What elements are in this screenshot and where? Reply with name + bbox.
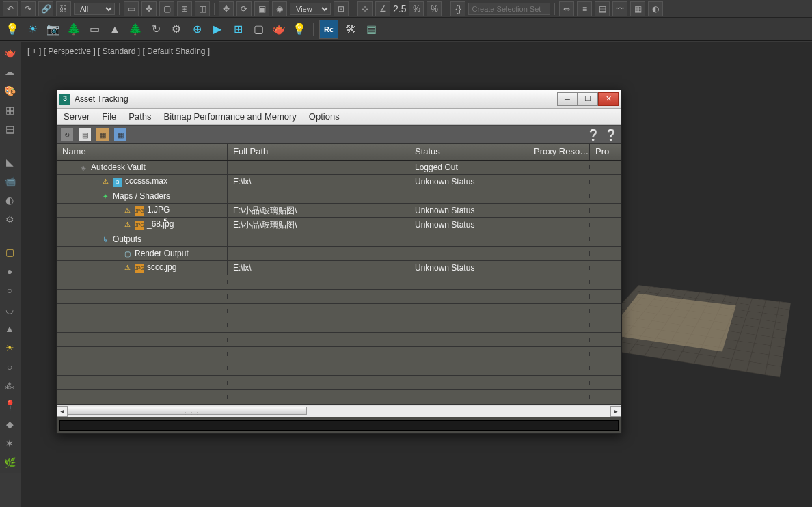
placement-icon[interactable]: ◉ — [272, 1, 287, 16]
table-icon[interactable]: ▦ — [96, 128, 109, 141]
named-sel-icon[interactable]: {} — [450, 1, 465, 16]
pin-icon[interactable]: 📍 — [2, 398, 17, 413]
refcoord-select[interactable]: View — [290, 3, 331, 15]
moon-icon[interactable]: ◐ — [2, 193, 17, 208]
spinner-snap-icon[interactable]: % — [427, 1, 442, 16]
marquee-icon[interactable]: ▢ — [159, 1, 174, 16]
redo-icon[interactable]: ↷ — [21, 1, 36, 16]
bulb2-icon[interactable]: 💡 — [291, 21, 308, 38]
window2-icon[interactable]: ▢ — [250, 21, 267, 38]
table-row[interactable] — [57, 318, 621, 333]
listview-icon[interactable]: ▦ — [114, 128, 126, 141]
table-row[interactable]: ✦Maps / Shaders — [57, 189, 621, 204]
grid2-icon[interactable]: ▤ — [2, 122, 17, 137]
table-row[interactable]: ⚠JPG_68.jpgE:\小品\玻璃贴图\Unknown Status — [57, 218, 621, 232]
minimize-button[interactable]: ─ — [557, 92, 578, 106]
table-row[interactable] — [57, 333, 621, 347]
sun-icon[interactable]: ☀ — [25, 21, 41, 38]
list-icon[interactable]: ▤ — [363, 21, 379, 38]
table-row[interactable] — [57, 361, 621, 376]
mesh-icon[interactable]: ✶ — [2, 436, 17, 451]
sun2-icon[interactable]: ☀ — [2, 340, 17, 355]
viewport-label[interactable]: [ + ] [ Perspective ] [ Standard ] [ Def… — [21, 42, 812, 60]
menu-bitmap[interactable]: Bitmap Performance and Memory — [164, 111, 297, 122]
scroll-left-button[interactable]: ◄ — [57, 406, 68, 417]
play-icon[interactable]: ▶ — [209, 21, 226, 38]
cloud-icon[interactable]: ☁ — [2, 64, 17, 79]
close-button[interactable]: ✕ — [598, 92, 619, 106]
help1-icon[interactable]: ❔ — [587, 128, 599, 141]
pivot-icon[interactable]: ⊡ — [334, 1, 349, 16]
table-row[interactable]: ◈Autodesk VaultLogged Out — [57, 161, 621, 175]
scale-icon[interactable]: ▣ — [254, 1, 269, 16]
select-icon[interactable]: ▭ — [124, 1, 139, 16]
table-row[interactable] — [57, 290, 621, 304]
gear2-icon[interactable]: ⚙ — [2, 212, 17, 227]
table-row[interactable]: ⚠JPGsccc.jpgE:\lx\Unknown Status — [57, 261, 621, 275]
header-name[interactable]: Name — [57, 144, 228, 160]
cycle-icon[interactable]: ↻ — [148, 21, 164, 38]
table-row[interactable] — [57, 304, 621, 318]
grid1-icon[interactable]: ▦ — [2, 102, 17, 118]
filter-select[interactable]: All — [74, 3, 115, 15]
align-icon[interactable]: ≡ — [577, 1, 592, 16]
header-path[interactable]: Full Path — [228, 144, 409, 160]
percent-snap-icon[interactable]: % — [409, 1, 424, 16]
square-icon[interactable]: ▢ — [2, 245, 17, 260]
material-icon[interactable]: ◐ — [648, 1, 663, 16]
menu-file[interactable]: File — [102, 111, 116, 122]
batch-icon[interactable]: ⊞ — [230, 21, 246, 38]
header-prod[interactable]: Pro — [590, 144, 610, 160]
teapot2-icon[interactable]: 🫖 — [2, 45, 17, 60]
rc-button[interactable]: Rc — [319, 20, 338, 39]
help2-icon[interactable]: ❔ — [605, 128, 617, 141]
table-row[interactable]: ▢Render Output — [57, 247, 621, 261]
doc-icon[interactable]: ▤ — [79, 128, 91, 141]
snap-icon[interactable]: ⊹ — [357, 1, 373, 16]
tools-icon[interactable]: 🛠 — [342, 21, 359, 38]
link-icon[interactable]: 🔗 — [38, 1, 53, 16]
camera-icon[interactable]: 📷 — [45, 21, 62, 38]
layers-icon[interactable]: ▤ — [595, 1, 610, 16]
menu-server[interactable]: Server — [64, 111, 90, 122]
rock-icon[interactable]: ◆ — [2, 417, 17, 432]
horizontal-scrollbar[interactable]: ◄ ⋮⋮⋮ ► — [57, 405, 621, 417]
refresh-icon[interactable]: ↻ — [61, 128, 73, 141]
circle2-icon[interactable]: ○ — [2, 359, 17, 374]
curve-editor-icon[interactable]: 〰 — [612, 1, 627, 16]
unlink-icon[interactable]: ⛓ — [56, 1, 71, 16]
table-row[interactable] — [57, 347, 621, 361]
dome-icon[interactable]: ◡ — [2, 302, 17, 317]
select-move-icon[interactable]: ✥ — [141, 1, 157, 16]
table-row[interactable] — [57, 275, 621, 290]
window-icon[interactable]: ⊞ — [177, 1, 192, 16]
light-bulb-icon[interactable]: 💡 — [4, 21, 21, 38]
move-icon[interactable]: ✥ — [219, 1, 234, 16]
maximize-button[interactable]: ☐ — [578, 92, 598, 106]
scroll-right-button[interactable]: ► — [610, 406, 621, 417]
header-status[interactable]: Status — [409, 144, 528, 160]
teapot-icon[interactable]: 🫖 — [271, 21, 287, 38]
table-row[interactable] — [57, 376, 621, 390]
tree-icon[interactable]: 🌲 — [66, 21, 82, 38]
add-icon[interactable]: ⊕ — [189, 21, 205, 38]
grass-icon[interactable]: 🌿 — [2, 455, 17, 470]
scroll-thumb[interactable]: ⋮⋮⋮ — [68, 407, 307, 415]
window-titlebar[interactable]: 3 Asset Tracking ─ ☐ ✕ — [57, 90, 621, 109]
cone-icon[interactable]: ▲ — [107, 21, 123, 38]
schematic-icon[interactable]: ▦ — [630, 1, 645, 16]
tree2-icon[interactable]: 🌲 — [127, 21, 144, 38]
selection-set-input[interactable] — [468, 3, 550, 15]
crossing-icon[interactable]: ◫ — [195, 1, 210, 16]
cone3-icon[interactable]: ▲ — [2, 321, 17, 336]
scroll-track[interactable]: ⋮⋮⋮ — [68, 406, 610, 417]
gears-icon[interactable]: ⚙ — [168, 21, 185, 38]
table-row[interactable] — [57, 390, 621, 405]
table-row[interactable]: ⚠JPG1.JPGE:\小品\玻璃贴图\Unknown Status — [57, 204, 621, 218]
mirror-icon[interactable]: ⇔ — [559, 1, 574, 16]
cone2-icon[interactable]: ◣ — [2, 154, 17, 169]
angle-snap-icon[interactable]: ∠ — [375, 1, 390, 16]
undo-icon[interactable]: ↶ — [3, 1, 18, 16]
particles-icon[interactable]: ⁂ — [2, 379, 17, 394]
box-icon[interactable]: ▭ — [86, 21, 103, 38]
